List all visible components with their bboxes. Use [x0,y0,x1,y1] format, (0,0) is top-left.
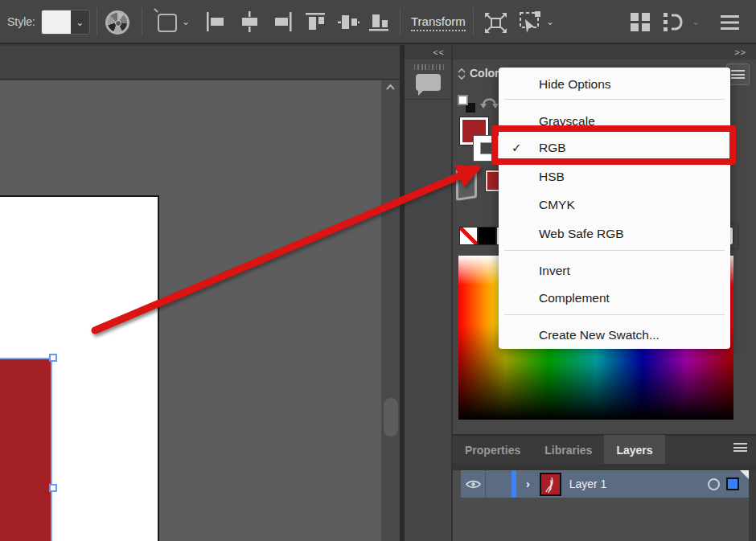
layer-corner-notch [740,470,749,479]
layers-panel-menu-button[interactable] [733,443,747,452]
panel-collapse-icon[interactable] [457,68,466,80]
illustrator-window: Style: ⌄ ⌄ [0,0,756,541]
menu-item-complement[interactable]: Complement [499,285,730,312]
layer-name[interactable]: Layer 1 [569,477,708,490]
chevron-down-icon[interactable]: ⌄ [182,16,190,27]
chevron-down-icon[interactable]: ⌄ [546,16,554,27]
align-center-vertical-icon[interactable] [338,11,360,33]
shape-properties-icon[interactable] [158,14,177,32]
align-bottom-icon[interactable] [368,11,390,33]
color-mode-cube-icon[interactable] [456,166,477,201]
layer-color-bar [512,470,516,498]
menu-separator [504,250,725,251]
style-label: Style: [7,15,35,28]
toolbar-separator [97,8,97,36]
annotation-highlight-box [491,125,736,165]
panel-tab-strip: Properties Libraries Layers [453,434,756,464]
comment-bubble-icon[interactable] [416,74,441,91]
black-color-swatch[interactable] [478,227,496,245]
drag-grip-icon[interactable] [414,64,444,70]
toolbar-separator [473,8,474,36]
chevron-down-icon[interactable]: ⌄ [71,10,89,34]
recolor-artwork-icon[interactable] [105,10,129,35]
isolate-selection-icon[interactable] [516,11,543,35]
layer-thumbnail[interactable] [540,473,561,496]
selection-handle[interactable] [49,354,57,362]
toolbar-separator [142,8,142,36]
hamburger-icon [731,70,745,79]
style-swatch-dropdown[interactable]: ⌄ [41,10,90,35]
menu-item-hide-options[interactable]: Hide Options [499,71,730,98]
menu-item-invert[interactable]: Invert [499,257,730,285]
menu-item-cmyk[interactable]: CMYK [499,191,730,219]
eye-icon [465,478,482,490]
options-list-icon[interactable] [721,14,739,31]
comments-panel-button[interactable] [405,59,451,100]
collapsed-panel-dock: << [405,45,453,541]
selection-handle[interactable] [49,484,57,492]
menu-item-create-new-swatch[interactable]: Create New Swatch... [499,322,730,349]
layer-row[interactable]: › Layer 1 [461,470,749,498]
current-style-swatch[interactable] [42,10,71,34]
collapse-right-icon[interactable]: >> [734,47,746,57]
selected-red-rectangle[interactable] [0,358,52,541]
tab-layers[interactable]: Layers [604,435,664,465]
pasteboard[interactable] [0,80,400,541]
align-top-icon[interactable] [305,11,327,33]
color-panel-options-menu: Hide Options Grayscale RGB ✓ HSB CMYK We… [499,68,730,349]
layer-selection-square[interactable] [726,477,739,490]
menu-item-web-safe-rgb[interactable]: Web Safe RGB [499,220,730,248]
collapse-left-icon[interactable]: << [433,47,445,57]
layer-target-circle-icon[interactable] [708,478,720,490]
transform-link[interactable]: Transform [411,14,466,31]
align-right-icon[interactable] [272,11,294,32]
layers-scrollbar[interactable] [749,470,756,541]
none-color-swatch[interactable] [459,227,478,245]
scroll-up-icon[interactable] [385,83,396,91]
fit-to-selection-icon[interactable] [483,11,508,35]
visibility-cell[interactable] [461,470,486,498]
align-center-horizontal-icon[interactable] [239,11,261,32]
lock-cell[interactable] [486,470,512,498]
menu-item-hsb[interactable]: HSB [499,163,730,191]
tab-properties[interactable]: Properties [453,435,532,465]
scrollbar-thumb[interactable] [384,398,398,436]
expand-dock-header[interactable]: >> [453,45,756,59]
mini-fill-square [458,95,468,105]
hamburger-icon [733,443,747,452]
menu-separator [504,99,725,100]
document-tab-bar [0,46,400,80]
align-left-icon[interactable] [205,11,227,32]
fill-stroke-mini-icon[interactable] [458,95,475,113]
swap-fill-stroke-icon[interactable] [480,94,499,109]
menu-separator [504,314,725,315]
control-toolbar: Style: ⌄ ⌄ [0,0,756,44]
canvas-vertical-scrollbar[interactable] [381,80,400,541]
chevron-down-icon[interactable]: ⌄ [692,16,700,27]
tab-libraries[interactable]: Libraries [532,435,604,465]
distribute-spacing-icon[interactable] [631,13,651,31]
color-panel-title: Color [470,67,499,80]
collapse-dock-header[interactable]: << [405,45,451,59]
distribute-objects-icon[interactable] [662,12,684,32]
layer-expand-icon[interactable]: › [526,477,530,490]
toolbar-separator [400,8,401,36]
